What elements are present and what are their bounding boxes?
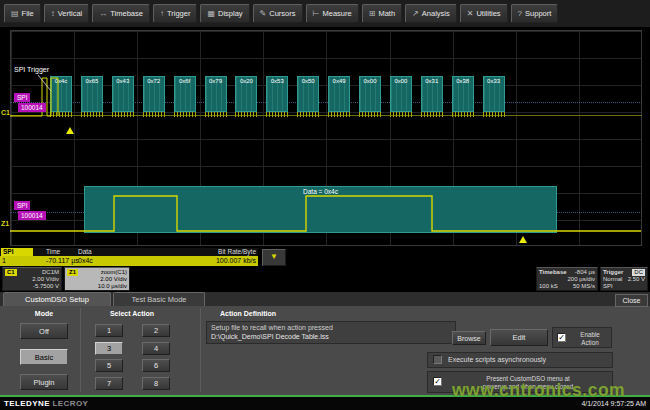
decode-protocol-chip[interactable]: SPI [1,248,33,256]
action-file-path: D:\Quick_Demo\SPI Decode Table.lss [211,333,329,340]
menu-support-button[interactable]: ?Support [511,4,559,23]
trigger-type: SPI [603,283,645,290]
c1-vdiv: 2.00 V/div [5,276,59,283]
decode-table-row[interactable]: 1 -70.117 µs 0x4c 100.007 kb/s [0,256,258,266]
decode-byte-label: 0x53 [267,78,287,84]
menu-vertical-button[interactable]: ↕Vertical [44,4,90,23]
action-7-button[interactable]: 7 [95,377,123,390]
menu-cursors-button[interactable]: ✎Cursors [253,4,303,23]
z1-descriptor[interactable]: Z1 zoom(C1) 2.00 V/div 10.0 µs/div [64,267,130,291]
decode-table-expand-button[interactable]: ▼ [262,249,286,266]
decode-byte-label: 0x49 [329,78,349,84]
row-time: -70.117 µs [46,256,79,266]
brand-primary: TELEDYNE [4,399,50,408]
timebase-rate: 50 MS/s [573,283,595,290]
menu-bar: ▤File↕Vertical↔Timebase↑Trigger▦Display✎… [0,0,650,28]
col-bitrate: Bit Rate/Byte [150,248,256,256]
timebase-tdiv: 200 µs/div [539,276,595,283]
present-menu-checkbox[interactable]: ✓ [433,377,442,386]
menu-label: Trigger [167,9,190,18]
menu-math-button[interactable]: ⊞Math [362,4,402,23]
trigger-label: Trigger [603,269,623,276]
decode-byte-label: 0x43 [113,78,133,84]
decode-byte-box: 0x65 [81,76,103,112]
signal-burst [483,112,505,117]
menu-label: Measure [323,9,352,18]
cursors-icon: ✎ [260,10,267,18]
trace1-bus-id-tag[interactable]: 100014 [18,103,46,112]
mode-plugin-button[interactable]: Plugin [20,374,68,390]
analysis-icon: ↗ [412,10,419,18]
row-data: 0x4c [78,256,93,266]
decode-byte-label: 0x00 [360,78,380,84]
action-3-button[interactable]: 3 [95,342,123,355]
menu-label: Timebase [110,9,143,18]
mode-basic-button[interactable]: Basic [20,349,68,365]
file-icon: ▤ [11,10,19,18]
menu-file-button[interactable]: ▤File [4,4,41,23]
mode-off-button[interactable]: Off [20,323,68,339]
signal-burst [297,112,319,117]
vertical-icon: ↕ [51,10,55,18]
menu-label: Utilities [476,9,500,18]
timebase-label: Timebase [539,269,567,276]
signal-burst [266,112,288,117]
action-6-button[interactable]: 6 [142,359,170,372]
z1-badge: Z1 [67,269,78,276]
timebase-samples: 100 kS [539,283,558,290]
async-checkbox[interactable] [433,355,442,364]
action-file-box[interactable]: Setup file to recall when action pressed… [206,321,456,344]
menu-label: Vertical [58,9,83,18]
action-1-button[interactable]: 1 [95,324,123,337]
browse-button[interactable]: Browse [452,331,486,345]
zoom-decode-label: Data = 0x4c [85,188,556,195]
menu-display-button[interactable]: ▦Display [200,4,249,23]
menu-trigger-button[interactable]: ↑Trigger [153,4,197,23]
action-2-button[interactable]: 2 [142,324,170,337]
action-8-button[interactable]: 8 [142,377,170,390]
timebase-descriptor[interactable]: Timebase -804 µs 200 µs/div 100 kS 50 MS… [536,267,598,291]
decode-byte-box: 0x00 [359,76,381,112]
tab-customdso-setup[interactable]: CustomDSO Setup [3,292,111,306]
decode-byte-label: 0x50 [298,78,318,84]
trigger-mode: Normal [603,276,622,283]
c1-offset: -5.7500 V [5,283,59,290]
decode-byte-label: 0x65 [82,78,102,84]
tab-test-basic-mode[interactable]: Test Basic Mode [113,292,205,306]
signal-burst [359,112,381,117]
enable-action-checkbox[interactable]: ✓ [557,333,566,342]
col-data: Data [78,248,92,256]
action-4-button[interactable]: 4 [142,342,170,355]
menu-analysis-button[interactable]: ↗Analysis [405,4,457,23]
menu-label: Analysis [422,9,450,18]
c1-descriptor[interactable]: C1 DC1M 2.00 V/div -5.7500 V [2,267,62,291]
action-file-description: Setup file to recall when action pressed [211,324,333,331]
action-definition-header: Action Definition [220,310,276,317]
enable-action-label: Enable Action [570,331,610,346]
signal-burst [81,112,103,117]
menu-utilities-button[interactable]: ✕Utilities [460,4,508,23]
decode-byte-box: 0x72 [143,76,165,112]
decode-byte-box: 0x53 [266,76,288,112]
trace2-bus-id-tag[interactable]: 100014 [18,211,46,220]
decode-byte-box: 0x00 [390,76,412,112]
menu-label: Display [218,9,243,18]
menu-timebase-button[interactable]: ↔Timebase [92,4,150,23]
trigger-descriptor[interactable]: Trigger DC Normal 2.50 V SPI [600,267,648,291]
edit-button[interactable]: Edit [490,329,548,346]
decode-byte-label: 0x79 [206,78,226,84]
menu-label: Support [525,9,551,18]
menu-label: File [22,9,34,18]
trace2-bus-tag[interactable]: SPI [14,201,30,210]
close-button[interactable]: Close [615,294,648,307]
menu-measure-button[interactable]: ⊢Measure [306,4,359,23]
decode-table-header: SPI Time Data Bit Rate/Byte [0,248,258,256]
c1-channel-marker[interactable]: C1 [1,109,10,116]
menu-label: Math [378,9,395,18]
trigger-level: 2.50 V [628,276,645,283]
brand-logo: TELEDYNE LECROY [4,399,88,408]
trace1-bus-tag[interactable]: SPI [14,93,30,102]
signal-burst [452,112,474,117]
action-5-button[interactable]: 5 [95,359,123,372]
z1-channel-marker[interactable]: Z1 [1,220,9,227]
